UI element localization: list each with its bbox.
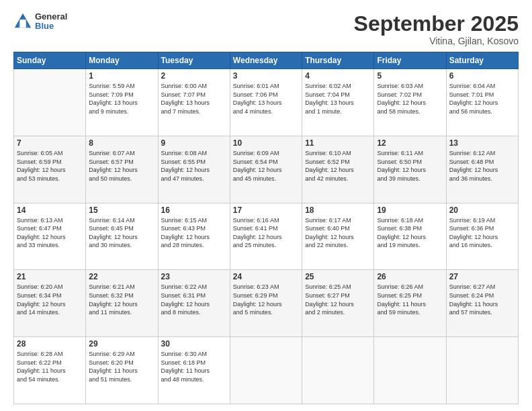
day-info: Sunrise: 6:02 AMSunset: 7:04 PMDaylight:… — [305, 82, 371, 116]
calendar-cell: 5Sunrise: 6:03 AMSunset: 7:02 PMDaylight… — [374, 69, 446, 136]
logo-line2: Blue — [35, 21, 67, 31]
calendar-cell: 22Sunrise: 6:21 AMSunset: 6:32 PMDayligh… — [86, 270, 158, 337]
calendar-cell: 28Sunrise: 6:28 AMSunset: 6:22 PMDayligh… — [14, 337, 86, 404]
day-info: Sunrise: 6:19 AMSunset: 6:36 PMDaylight:… — [449, 216, 515, 250]
calendar-cell: 26Sunrise: 6:26 AMSunset: 6:25 PMDayligh… — [374, 270, 446, 337]
day-number: 1 — [89, 71, 154, 81]
calendar-cell — [374, 337, 446, 404]
calendar-cell: 10Sunrise: 6:09 AMSunset: 6:54 PMDayligh… — [230, 136, 302, 203]
calendar-cell: 16Sunrise: 6:15 AMSunset: 6:43 PMDayligh… — [158, 203, 230, 270]
table-row: 14Sunrise: 6:13 AMSunset: 6:47 PMDayligh… — [14, 203, 519, 270]
calendar-cell: 17Sunrise: 6:16 AMSunset: 6:41 PMDayligh… — [230, 203, 302, 270]
day-number: 21 — [17, 272, 83, 281]
day-info: Sunrise: 6:25 AMSunset: 6:27 PMDaylight:… — [305, 283, 371, 316]
logo-text: General Blue — [35, 12, 67, 32]
calendar-cell: 7Sunrise: 6:05 AMSunset: 6:59 PMDaylight… — [14, 136, 86, 203]
table-row: 1Sunrise: 5:59 AMSunset: 7:09 PMDaylight… — [14, 69, 519, 136]
day-info: Sunrise: 6:08 AMSunset: 6:55 PMDaylight:… — [161, 149, 227, 183]
calendar-cell — [446, 337, 518, 404]
calendar-cell: 14Sunrise: 6:13 AMSunset: 6:47 PMDayligh… — [14, 203, 86, 270]
day-number: 30 — [161, 339, 227, 349]
calendar-cell: 27Sunrise: 6:27 AMSunset: 6:24 PMDayligh… — [446, 270, 518, 337]
calendar-cell: 3Sunrise: 6:01 AMSunset: 7:06 PMDaylight… — [230, 69, 302, 136]
calendar-cell: 19Sunrise: 6:18 AMSunset: 6:38 PMDayligh… — [374, 203, 446, 270]
calendar-cell: 13Sunrise: 6:12 AMSunset: 6:48 PMDayligh… — [446, 136, 518, 203]
day-number: 11 — [305, 138, 371, 148]
table-row: 7Sunrise: 6:05 AMSunset: 6:59 PMDaylight… — [14, 136, 519, 203]
calendar-cell: 24Sunrise: 6:23 AMSunset: 6:29 PMDayligh… — [230, 270, 302, 337]
day-number: 28 — [17, 339, 83, 349]
col-wednesday: Wednesday — [230, 52, 302, 69]
col-friday: Friday — [374, 52, 446, 69]
logo: General Blue — [13, 12, 67, 32]
day-info: Sunrise: 6:26 AMSunset: 6:25 PMDaylight:… — [377, 283, 443, 316]
calendar-cell: 9Sunrise: 6:08 AMSunset: 6:55 PMDaylight… — [158, 136, 230, 203]
day-number: 27 — [449, 272, 515, 281]
day-number: 5 — [377, 71, 443, 81]
logo-icon — [13, 12, 32, 31]
day-info: Sunrise: 6:21 AMSunset: 6:32 PMDaylight:… — [89, 283, 154, 316]
day-info: Sunrise: 6:04 AMSunset: 7:01 PMDaylight:… — [449, 82, 515, 116]
day-info: Sunrise: 6:16 AMSunset: 6:41 PMDaylight:… — [233, 216, 299, 250]
calendar-cell: 11Sunrise: 6:10 AMSunset: 6:52 PMDayligh… — [302, 136, 374, 203]
day-number: 14 — [17, 205, 83, 215]
day-number: 25 — [305, 272, 371, 281]
table-row: 28Sunrise: 6:28 AMSunset: 6:22 PMDayligh… — [14, 337, 519, 404]
day-number: 19 — [377, 205, 443, 215]
day-info: Sunrise: 6:23 AMSunset: 6:29 PMDaylight:… — [233, 283, 299, 316]
day-info: Sunrise: 6:29 AMSunset: 6:20 PMDaylight:… — [89, 350, 154, 383]
day-info: Sunrise: 6:20 AMSunset: 6:34 PMDaylight:… — [17, 283, 83, 316]
calendar-cell — [302, 337, 374, 404]
header: General Blue September 2025 Vitina, Gjil… — [13, 12, 519, 46]
calendar-cell: 15Sunrise: 6:14 AMSunset: 6:45 PMDayligh… — [86, 203, 158, 270]
calendar-cell: 1Sunrise: 5:59 AMSunset: 7:09 PMDaylight… — [86, 69, 158, 136]
day-info: Sunrise: 6:13 AMSunset: 6:47 PMDaylight:… — [17, 216, 83, 250]
calendar-cell: 30Sunrise: 6:30 AMSunset: 6:18 PMDayligh… — [158, 337, 230, 404]
day-number: 8 — [89, 138, 154, 148]
page: General Blue September 2025 Vitina, Gjil… — [0, 0, 532, 411]
header-row: Sunday Monday Tuesday Wednesday Thursday… — [14, 52, 519, 69]
day-number: 15 — [89, 205, 154, 215]
calendar-cell: 8Sunrise: 6:07 AMSunset: 6:57 PMDaylight… — [86, 136, 158, 203]
day-info: Sunrise: 6:11 AMSunset: 6:50 PMDaylight:… — [377, 149, 443, 183]
calendar-cell: 21Sunrise: 6:20 AMSunset: 6:34 PMDayligh… — [14, 270, 86, 337]
calendar-cell: 4Sunrise: 6:02 AMSunset: 7:04 PMDaylight… — [302, 69, 374, 136]
calendar-cell: 25Sunrise: 6:25 AMSunset: 6:27 PMDayligh… — [302, 270, 374, 337]
calendar: Sunday Monday Tuesday Wednesday Thursday… — [13, 52, 519, 404]
day-info: Sunrise: 6:28 AMSunset: 6:22 PMDaylight:… — [17, 350, 83, 383]
day-info: Sunrise: 5:59 AMSunset: 7:09 PMDaylight:… — [89, 82, 154, 116]
day-info: Sunrise: 6:15 AMSunset: 6:43 PMDaylight:… — [161, 216, 227, 250]
calendar-cell: 12Sunrise: 6:11 AMSunset: 6:50 PMDayligh… — [374, 136, 446, 203]
day-number: 10 — [233, 138, 299, 148]
day-info: Sunrise: 6:00 AMSunset: 7:07 PMDaylight:… — [161, 82, 227, 116]
calendar-cell: 6Sunrise: 6:04 AMSunset: 7:01 PMDaylight… — [446, 69, 518, 136]
day-info: Sunrise: 6:07 AMSunset: 6:57 PMDaylight:… — [89, 149, 154, 183]
day-info: Sunrise: 6:17 AMSunset: 6:40 PMDaylight:… — [305, 216, 371, 250]
logo-line1: General — [35, 12, 67, 21]
day-number: 2 — [161, 71, 227, 81]
day-info: Sunrise: 6:27 AMSunset: 6:24 PMDaylight:… — [449, 283, 515, 316]
day-number: 9 — [161, 138, 227, 148]
title-area: September 2025 Vitina, Gjilan, Kosovo — [354, 12, 519, 46]
day-info: Sunrise: 6:14 AMSunset: 6:45 PMDaylight:… — [89, 216, 154, 250]
day-number: 29 — [89, 339, 154, 349]
svg-rect-2 — [19, 19, 26, 28]
day-number: 6 — [449, 71, 515, 81]
day-info: Sunrise: 6:12 AMSunset: 6:48 PMDaylight:… — [449, 149, 515, 183]
day-info: Sunrise: 6:05 AMSunset: 6:59 PMDaylight:… — [17, 149, 83, 183]
calendar-cell: 20Sunrise: 6:19 AMSunset: 6:36 PMDayligh… — [446, 203, 518, 270]
day-number: 20 — [449, 205, 515, 215]
day-info: Sunrise: 6:01 AMSunset: 7:06 PMDaylight:… — [233, 82, 299, 116]
calendar-cell — [14, 69, 86, 136]
day-number: 22 — [89, 272, 154, 281]
day-info: Sunrise: 6:18 AMSunset: 6:38 PMDaylight:… — [377, 216, 443, 250]
col-sunday: Sunday — [14, 52, 86, 69]
day-number: 24 — [233, 272, 299, 281]
calendar-cell: 29Sunrise: 6:29 AMSunset: 6:20 PMDayligh… — [86, 337, 158, 404]
day-number: 16 — [161, 205, 227, 215]
calendar-cell — [230, 337, 302, 404]
day-info: Sunrise: 6:22 AMSunset: 6:31 PMDaylight:… — [161, 283, 227, 316]
day-number: 23 — [161, 272, 227, 281]
day-info: Sunrise: 6:09 AMSunset: 6:54 PMDaylight:… — [233, 149, 299, 183]
col-tuesday: Tuesday — [158, 52, 230, 69]
